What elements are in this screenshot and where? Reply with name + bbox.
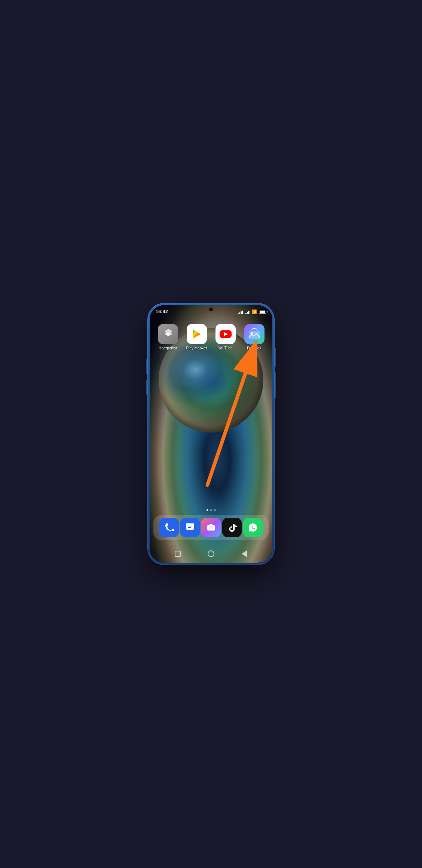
phone-dock-icon[interactable] xyxy=(159,518,179,537)
settings-app[interactable]: Настройки xyxy=(156,324,180,351)
settings-label: Настройки xyxy=(156,346,180,351)
youtube-app[interactable]: YouTube xyxy=(214,324,238,351)
settings-icon xyxy=(158,324,178,344)
gallery-label: Галерея xyxy=(242,346,266,351)
front-camera xyxy=(209,308,213,311)
dock xyxy=(153,515,269,540)
volume-down-button[interactable] xyxy=(146,380,147,395)
page-dot-1 xyxy=(207,509,208,511)
phone-screen: 16:42 📶 xyxy=(150,305,272,563)
signal-bar xyxy=(242,311,243,314)
whatsapp-dock-icon[interactable] xyxy=(243,518,263,537)
battery-icon xyxy=(259,310,266,314)
signal-bars-1 xyxy=(238,309,243,314)
gallery-icon xyxy=(244,324,264,344)
messages-dock-icon[interactable] xyxy=(180,518,200,537)
signal-bar xyxy=(247,312,248,314)
signal-bar xyxy=(248,311,249,314)
svg-marker-0 xyxy=(193,330,201,339)
recents-icon xyxy=(175,551,181,557)
signal-bar xyxy=(238,313,239,314)
home-icon xyxy=(208,550,214,557)
app-grid: Настройки xyxy=(150,324,272,351)
volume-up-button[interactable] xyxy=(146,359,147,374)
signal-bar xyxy=(239,312,241,314)
signal-bar xyxy=(241,311,242,314)
play-market-label: Play Маркет xyxy=(185,346,209,351)
nav-bar xyxy=(150,548,272,559)
tiktok-dock-icon[interactable] xyxy=(222,518,242,537)
camera-dock-icon[interactable] xyxy=(201,518,221,537)
status-time: 16:42 xyxy=(156,309,168,314)
youtube-icon xyxy=(215,324,236,344)
play-market-app[interactable]: Play Маркет xyxy=(185,324,209,351)
page-dot-2 xyxy=(210,509,212,511)
back-button[interactable] xyxy=(239,548,250,559)
signal-bar xyxy=(250,311,251,314)
status-icons: 📶 xyxy=(238,309,266,314)
dock-area xyxy=(150,509,272,540)
home-button[interactable] xyxy=(206,548,216,559)
battery-fill xyxy=(260,311,265,313)
page-dot-3 xyxy=(214,509,216,511)
svg-rect-9 xyxy=(188,527,191,528)
recents-button[interactable] xyxy=(172,548,183,559)
youtube-label: YouTube xyxy=(214,346,238,351)
svg-point-4 xyxy=(251,332,253,334)
phone-device: 16:42 📶 xyxy=(147,303,275,565)
gallery-app[interactable]: Галерея xyxy=(242,324,266,351)
page-dots xyxy=(150,509,272,511)
wifi-icon: 📶 xyxy=(252,309,257,314)
svg-rect-8 xyxy=(188,526,192,526)
play-market-icon xyxy=(187,324,207,344)
signal-bars-2 xyxy=(245,309,250,314)
svg-point-11 xyxy=(210,527,212,529)
back-icon xyxy=(242,550,247,557)
signal-bar xyxy=(245,313,247,314)
svg-rect-3 xyxy=(249,331,260,339)
